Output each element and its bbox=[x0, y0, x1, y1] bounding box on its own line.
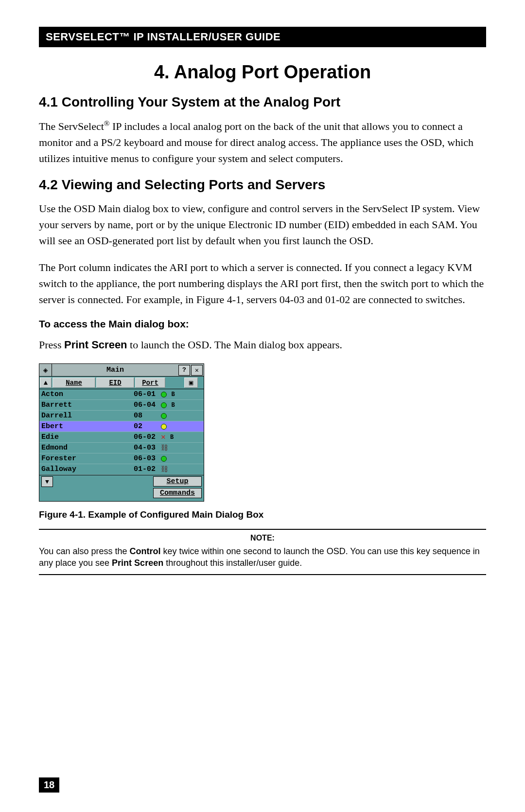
osd-scroll-up-button[interactable]: ▲ bbox=[40, 378, 52, 388]
server-flag: B bbox=[170, 402, 176, 409]
text: to launch the OSD. The Main dialog box a… bbox=[127, 339, 343, 351]
server-name: Darrell bbox=[41, 412, 96, 420]
osd-server-row[interactable]: Forester06-03 bbox=[39, 453, 204, 464]
status-x-icon: ✕ bbox=[161, 434, 166, 440]
server-status: ⛓ bbox=[160, 466, 187, 473]
doc-header-bar: SERVSELECT™ IP INSTALLER/USER GUIDE bbox=[39, 27, 486, 47]
server-name: Edie bbox=[41, 433, 96, 441]
server-status: B bbox=[160, 402, 187, 409]
osd-logo-icon: ◈ bbox=[39, 364, 52, 377]
osd-col-eid[interactable]: EID bbox=[96, 378, 134, 388]
osd-scroll-down-button[interactable]: ▼ bbox=[41, 476, 53, 487]
registered-mark: ® bbox=[104, 119, 110, 127]
print-screen-label: Print Screen bbox=[112, 558, 163, 568]
status-chain-icon: ⛓ bbox=[161, 466, 168, 473]
server-port: 04-03 bbox=[134, 444, 160, 452]
page-number: 18 bbox=[39, 777, 59, 793]
text: The ServSelect bbox=[39, 120, 104, 132]
server-status: ✕B bbox=[160, 434, 187, 441]
server-port: 06-02 bbox=[134, 433, 160, 441]
osd-help-button[interactable]: ? bbox=[178, 365, 190, 376]
server-flag: B bbox=[169, 434, 175, 441]
server-status: ⛓ bbox=[160, 444, 187, 452]
osd-server-list: Acton06-01BBarrett06-04BDarrell08Ebert02… bbox=[39, 389, 204, 475]
status-yellow-icon bbox=[161, 424, 167, 430]
note-body: You can also press the Control key twice… bbox=[39, 545, 486, 569]
access-paragraph: Press Print Screen to launch the OSD. Th… bbox=[39, 337, 486, 353]
server-flag: B bbox=[170, 391, 176, 398]
osd-main-dialog: ◈ Main ? ✕ ▲ Name EID Port ▣ Acton06-01B… bbox=[39, 363, 204, 502]
server-port: 08 bbox=[134, 412, 160, 420]
osd-col-name[interactable]: Name bbox=[52, 378, 95, 388]
status-green-icon bbox=[161, 413, 167, 419]
osd-col-status[interactable]: ▣ bbox=[184, 378, 198, 388]
server-port: 06-04 bbox=[134, 401, 160, 409]
osd-column-headers: ▲ Name EID Port ▣ bbox=[39, 377, 204, 389]
status-green-icon bbox=[161, 456, 167, 462]
server-port: 06-01 bbox=[134, 390, 160, 398]
osd-server-row[interactable]: Edmond04-03⛓ bbox=[39, 443, 204, 453]
note-box: NOTE: You can also press the Control key… bbox=[39, 529, 486, 575]
osd-server-row[interactable]: Galloway01-02⛓ bbox=[39, 464, 204, 475]
server-name: Forester bbox=[41, 454, 96, 463]
server-status bbox=[160, 424, 187, 430]
section-4-1-paragraph: The ServSelect® IP includes a local anal… bbox=[39, 118, 486, 166]
osd-col-port[interactable]: Port bbox=[135, 378, 165, 388]
osd-bottom-bar: ▼ Setup Commands bbox=[39, 475, 204, 501]
server-port: 01-02 bbox=[134, 465, 160, 473]
status-chain-icon: ⛓ bbox=[161, 444, 168, 452]
figure-4-1-caption: Figure 4-1. Example of Configured Main D… bbox=[39, 509, 486, 520]
server-port: 02 bbox=[134, 422, 160, 431]
text: Press bbox=[39, 339, 64, 351]
section-4-2-paragraph-1: Use the OSD Main dialog box to view, con… bbox=[39, 200, 486, 249]
osd-titlebar: ◈ Main ? ✕ bbox=[39, 364, 204, 377]
text: throughout this installer/user guide. bbox=[163, 558, 302, 568]
server-status bbox=[160, 413, 187, 419]
text: You can also press the bbox=[39, 546, 129, 556]
section-4-2-title: 4.2 Viewing and Selecting Ports and Serv… bbox=[39, 177, 486, 193]
server-status: B bbox=[160, 391, 187, 398]
osd-commands-button[interactable]: Commands bbox=[153, 488, 202, 498]
server-port: 06-03 bbox=[134, 454, 160, 463]
note-title: NOTE: bbox=[39, 533, 486, 543]
access-heading: To access the Main dialog box: bbox=[39, 318, 486, 330]
osd-server-row[interactable]: Darrell08 bbox=[39, 411, 204, 421]
server-status bbox=[160, 456, 187, 462]
osd-title: Main bbox=[52, 366, 178, 374]
osd-server-row[interactable]: Edie06-02✕B bbox=[39, 432, 204, 443]
status-green-icon bbox=[161, 402, 167, 408]
osd-close-button[interactable]: ✕ bbox=[191, 365, 203, 376]
chapter-title: 4. Analog Port Operation bbox=[39, 62, 486, 83]
status-green-icon bbox=[161, 392, 167, 397]
section-4-1-title: 4.1 Controlling Your System at the Analo… bbox=[39, 94, 486, 110]
osd-server-row[interactable]: Barrett06-04B bbox=[39, 400, 204, 411]
server-name: Barrett bbox=[41, 401, 96, 409]
server-name: Edmond bbox=[41, 444, 96, 452]
osd-server-row[interactable]: Acton06-01B bbox=[39, 389, 204, 400]
server-name: Ebert bbox=[41, 422, 96, 431]
osd-server-row[interactable]: Ebert02 bbox=[39, 421, 204, 432]
control-key-label: Control bbox=[129, 546, 160, 556]
osd-setup-button[interactable]: Setup bbox=[153, 476, 202, 487]
server-name: Galloway bbox=[41, 465, 96, 473]
section-4-2-paragraph-2: The Port column indicates the ARI port t… bbox=[39, 259, 486, 307]
server-name: Acton bbox=[41, 390, 96, 398]
print-screen-label: Print Screen bbox=[64, 339, 127, 351]
